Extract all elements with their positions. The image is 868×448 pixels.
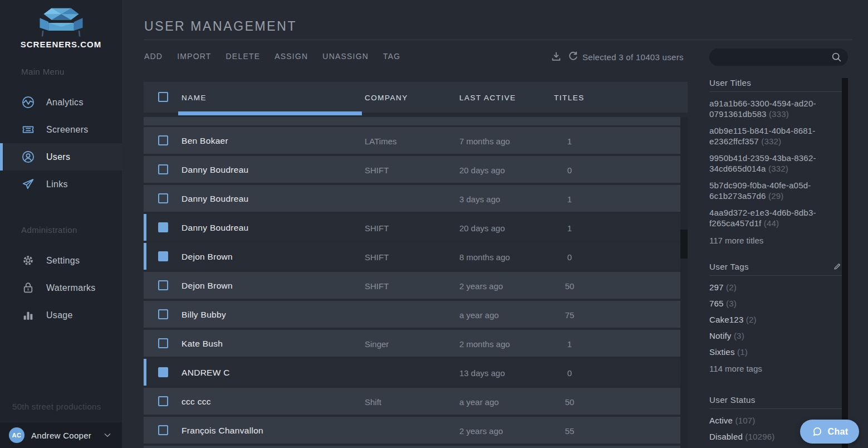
row-checkbox[interactable] [158,164,168,174]
assign-button[interactable]: ASSIGN [274,52,308,61]
title-count: (332) [768,164,788,173]
table-row[interactable]: Kate Bush Singer 2 months ago 1 [144,330,680,357]
download-icon[interactable] [550,50,562,62]
user-title-item[interactable]: 5b7dc909-f0ba-40fe-a05d- 6c1b273a57d6 (2… [709,180,842,201]
chat-bubble-icon [811,426,823,438]
row-checkbox[interactable] [158,135,168,145]
column-header-titles[interactable]: TITLES [554,94,585,102]
ticket-icon [21,123,35,137]
main-menu-nav: Analytics Screeners [0,89,122,198]
panel-scrollbar[interactable] [842,78,848,448]
status-count: (107) [735,416,755,425]
user-tag-item[interactable]: Notify (3) [709,331,842,340]
title-uuid: f265ca457d1f [709,218,761,228]
table-row[interactable]: François Chanvallon 2 years ago 55 [144,417,680,444]
table-body: Ben Bokaer LATimes 7 months ago 1 Danny … [144,117,680,448]
column-header-name[interactable]: NAME [182,94,207,102]
more-tags-link[interactable]: 114 more tags [709,364,842,373]
table-row[interactable]: Dejon Brown SHIFT 8 months ago 0 [144,243,680,270]
chat-button[interactable]: Chat [800,420,859,444]
chat-button-label: Chat [828,427,849,437]
cell-name: François Chanvallon [182,426,263,436]
row-checkbox[interactable] [158,425,168,435]
partial-row [144,117,680,125]
search-icon[interactable] [831,51,842,63]
table-scrollbar[interactable] [680,117,688,448]
user-title-item[interactable]: a0b9e115-b841-40b4-8681- e2362ffcf357 (3… [709,125,842,147]
row-checkbox[interactable] [158,251,168,261]
cell-titles: 50 [554,397,585,407]
more-titles-link[interactable]: 117 more titles [709,236,842,245]
tag-button[interactable]: TAG [383,52,400,61]
cell-name: Danny Boudreau [182,223,249,233]
cell-last-active: 20 days ago [459,223,505,233]
tag-count: (1) [737,347,748,357]
table-row[interactable]: Dejon Brown SHIFT 2 years ago 50 [144,272,680,299]
import-button[interactable]: IMPORT [177,52,211,61]
row-checkbox[interactable] [158,309,168,319]
delete-button[interactable]: DELETE [226,52,261,61]
avatar: AC [9,427,24,443]
column-header-company[interactable]: COMPANY [365,94,408,102]
cell-titles: 0 [554,165,585,175]
account-name: Andrew Cooper [31,431,91,440]
page-title: USER MANAGEMENT [144,19,297,34]
row-checkbox[interactable] [158,222,168,232]
cell-last-active: 2 years ago [459,281,503,291]
title-uuid: 0791361db583 [709,109,767,119]
organization-name: 50th street productions [12,402,101,411]
user-tag-item[interactable]: 765 (3) [709,299,842,308]
tag-label: Notify [709,331,732,340]
sidebar-item-label: Watermarks [46,283,96,293]
row-checkbox[interactable] [158,193,168,203]
user-titles-heading: User Titles [709,78,842,92]
select-all-checkbox[interactable] [158,92,168,102]
table-row[interactable]: ANDREW C 13 days ago 0 [144,359,680,386]
user-tag-item[interactable]: Sixties (1) [709,347,842,357]
sidebar-item-watermarks[interactable]: Watermarks [0,274,122,301]
user-title-item[interactable]: a91a1b66-3300-4594-ad20- 0791361db583 (3… [709,98,842,119]
table-row[interactable]: Ben Bokaer LATimes 7 months ago 1 [144,127,680,154]
analytics-icon [21,95,35,109]
search-input[interactable] [709,48,848,66]
unassign-button[interactable]: UNASSIGN [322,52,369,61]
row-checkbox[interactable] [158,338,168,348]
table-row[interactable]: Danny Boudreau SHIFT 20 days ago 0 [144,156,680,183]
brand-name: SCREENERS.COM [0,40,122,49]
cell-name: Dejon Brown [182,252,233,262]
cell-titles: 50 [554,281,585,291]
user-title-item[interactable]: 9950b41d-2359-43ba-8362- 34cd665d014a (3… [709,153,842,174]
partial-row [144,446,680,448]
account-menu[interactable]: AC Andrew Cooper [0,422,122,448]
add-button[interactable]: ADD [144,52,163,61]
sort-indicator [178,111,362,115]
sidebar-item-users[interactable]: Users [0,143,122,171]
sidebar-item-usage[interactable]: Usage [0,301,122,329]
user-tag-item[interactable]: 297 (2) [709,283,842,292]
sidebar-item-analytics[interactable]: Analytics [0,89,122,116]
sidebar-item-screeners[interactable]: Screeners [0,116,122,143]
users-table: NAME COMPANY LAST ACTIVE TITLES Ben Boka… [144,82,688,448]
refresh-icon[interactable] [567,50,579,62]
sidebar-item-links[interactable]: Links [0,171,122,198]
bar-chart-icon [21,308,35,322]
table-scrollbar-thumb[interactable] [680,230,688,259]
tag-label: Cake123 [709,315,743,324]
status-label: Active [709,416,733,425]
row-checkbox[interactable] [158,367,168,377]
column-header-last-active[interactable]: LAST ACTIVE [459,94,516,102]
sidebar-item-settings[interactable]: Settings [0,247,122,274]
table-row[interactable]: Billy Bubby a year ago 75 [144,301,680,328]
user-tag-item[interactable]: Cake123 (2) [709,315,842,324]
chevron-down-icon [103,431,112,440]
table-header: NAME COMPANY LAST ACTIVE TITLES [144,82,688,113]
table-row[interactable]: ccc ccc Shift a year ago 50 [144,388,680,415]
user-title-item[interactable]: 4aa9d372-e1e3-4d6b-8db3- f265ca457d1f (4… [709,207,842,228]
edit-pencil-icon[interactable] [833,262,842,271]
sidebar-item-label: Analytics [46,98,84,108]
table-row[interactable]: Danny Boudreau 3 days ago 1 [144,185,680,212]
table-row[interactable]: Danny Boudreau SHIFT 20 days ago 1 [144,214,680,241]
row-checkbox[interactable] [158,396,168,406]
row-checkbox[interactable] [158,280,168,290]
tag-label: 765 [709,299,724,308]
